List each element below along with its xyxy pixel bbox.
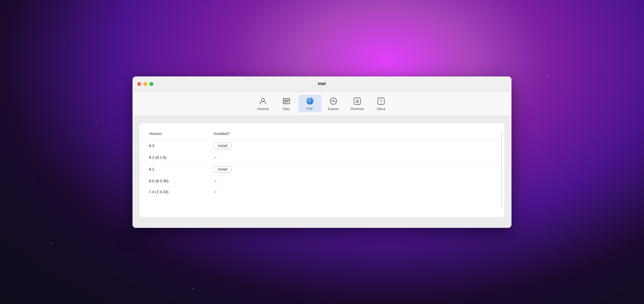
- table-row: 7.4 (7.4.33) ✓: [149, 186, 495, 197]
- person-icon: [258, 96, 268, 106]
- php-version: 8.1: [149, 163, 214, 176]
- install-83-button[interactable]: Install: [214, 143, 232, 149]
- expose-icon: [329, 96, 338, 106]
- svg-text:?: ?: [380, 99, 382, 104]
- main-window: PHP General: [133, 76, 511, 228]
- col-header-version: Version: [149, 131, 214, 140]
- content-area: Version Installed? 8.3 Install 8.2 (8.2.: [133, 116, 511, 228]
- php-version: 8.3: [149, 139, 214, 152]
- svg-rect-4: [284, 101, 285, 101]
- php-install-cell: Install: [214, 163, 495, 176]
- table-row: 8.0 (8.0.30) ✓: [149, 176, 495, 186]
- maximize-button[interactable]: [150, 82, 153, 86]
- check-icon: ✓: [214, 179, 217, 183]
- php-table: Version Installed? 8.3 Install 8.2 (8.2.: [149, 131, 495, 197]
- tab-about[interactable]: ? About: [369, 95, 393, 112]
- table-row: 8.1 Install: [149, 163, 495, 176]
- minimize-button[interactable]: [143, 82, 147, 86]
- svg-rect-5: [284, 102, 285, 102]
- sites-icon: [282, 96, 291, 106]
- svg-point-0: [261, 98, 264, 101]
- question-icon: ?: [376, 96, 386, 106]
- tab-php-label: PHP: [306, 107, 313, 111]
- tab-general[interactable]: General: [251, 95, 275, 112]
- tab-shortcuts[interactable]: ⌘ Shortcuts: [345, 95, 369, 112]
- tab-shortcuts-label: Shortcuts: [350, 107, 364, 111]
- php-check-cell: ✓: [214, 176, 495, 186]
- close-button[interactable]: [137, 82, 141, 86]
- php-version: 7.4 (7.4.33): [149, 186, 214, 197]
- svg-rect-6: [286, 101, 289, 101]
- shortcuts-icon: ⌘: [353, 96, 362, 106]
- svg-point-17: [333, 101, 334, 101]
- tab-sites-label: Sites: [283, 107, 290, 111]
- toolbar: General Sites: [133, 92, 511, 116]
- check-icon: ✓: [214, 190, 217, 194]
- tab-php[interactable]: PHP: [298, 95, 322, 112]
- tab-about-label: About: [377, 107, 385, 111]
- svg-text:⌘: ⌘: [355, 99, 359, 104]
- table-row: 8.3 Install: [149, 139, 495, 152]
- window-title: PHP: [318, 82, 326, 86]
- tab-expose[interactable]: Expose: [322, 95, 345, 112]
- table-row: 8.2 (8.2.9) ✓: [149, 152, 495, 163]
- tab-sites[interactable]: Sites: [275, 95, 298, 112]
- col-header-installed: Installed?: [214, 131, 495, 140]
- install-81-button[interactable]: Install: [214, 166, 232, 173]
- traffic-lights: [137, 82, 153, 86]
- scroll-track: [501, 131, 502, 209]
- svg-rect-7: [286, 102, 288, 102]
- tab-expose-label: Expose: [328, 107, 339, 111]
- php-install-cell: Install: [214, 139, 495, 152]
- tab-general-label: General: [257, 107, 269, 111]
- php-version: 8.0 (8.0.30): [149, 176, 214, 186]
- php-panel: Version Installed? 8.3 Install 8.2 (8.2.: [140, 123, 504, 217]
- titlebar: PHP: [133, 76, 511, 92]
- php-check-cell: ✓: [214, 186, 495, 197]
- compass-icon: [305, 96, 315, 106]
- php-version: 8.2 (8.2.9): [149, 152, 214, 163]
- check-icon: ✓: [214, 155, 217, 160]
- php-check-cell: ✓: [214, 152, 495, 163]
